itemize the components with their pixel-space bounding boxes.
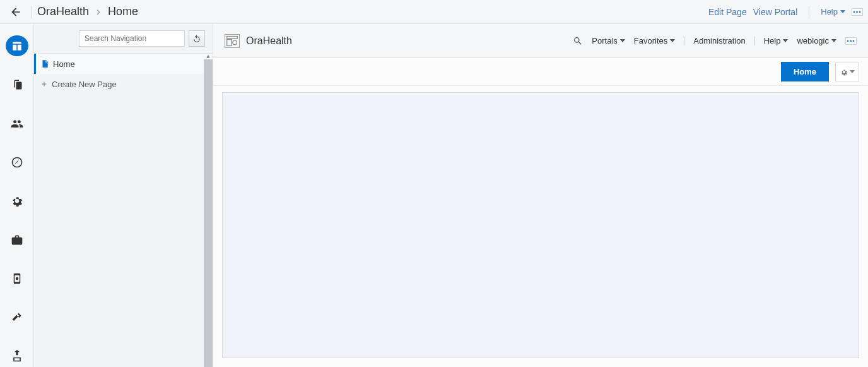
top-header: OraHealth › Home Edit Page View Portal H… <box>0 0 868 24</box>
content-area: OraHealth Portals Favorites Administrati… <box>213 24 868 367</box>
svg-point-2 <box>233 40 237 45</box>
header-right: Edit Page View Portal Help ▪▪▪ <box>708 6 863 18</box>
canvas-area <box>213 86 868 367</box>
nav-scrollbar[interactable]: ▲ <box>204 53 213 367</box>
navigation-panel: Home Create New Page ▲ <box>34 24 213 367</box>
more-dots-icon: ▪▪▪ <box>853 9 862 15</box>
search-navigation-input[interactable] <box>79 30 185 47</box>
tab-settings-button[interactable] <box>835 63 859 81</box>
svg-rect-0 <box>227 36 238 38</box>
rail-item-layout[interactable] <box>6 35 28 56</box>
separator <box>32 6 32 18</box>
nav-item-home[interactable]: Home <box>34 54 213 74</box>
people-icon <box>11 117 23 130</box>
portal-help-label: Help <box>764 36 781 45</box>
chevron-down-icon <box>831 39 836 42</box>
briefcase-icon <box>11 234 23 246</box>
breadcrumb-root[interactable]: OraHealth <box>37 5 89 18</box>
gear-icon <box>840 68 848 76</box>
portal-more-menu[interactable]: ▪▪▪ <box>845 37 857 45</box>
create-new-page-label: Create New Page <box>52 80 117 89</box>
svg-rect-1 <box>227 39 232 45</box>
separator <box>809 6 809 18</box>
rail-item-tools[interactable] <box>6 307 28 328</box>
more-menu-button[interactable]: ▪▪▪ <box>852 8 863 16</box>
hammer-icon <box>11 311 23 324</box>
favorites-label: Favorites <box>634 36 667 45</box>
user-menu[interactable]: weblogic <box>797 36 836 45</box>
layout-icon <box>11 40 23 52</box>
refresh-button[interactable] <box>189 30 205 47</box>
chevron-down-icon <box>620 39 625 42</box>
page-icon <box>40 59 49 68</box>
help-menu[interactable]: Help <box>821 7 845 16</box>
search-button[interactable] <box>573 36 583 46</box>
breadcrumb: OraHealth › Home <box>37 5 138 18</box>
rail-item-pages[interactable] <box>6 74 28 95</box>
nav-list: Home Create New Page <box>34 53 213 94</box>
chevron-down-icon <box>850 70 855 73</box>
help-label: Help <box>821 7 838 16</box>
gear-icon <box>11 195 23 207</box>
portal-header: OraHealth Portals Favorites Administrati… <box>213 24 868 58</box>
breadcrumb-separator: › <box>97 5 100 18</box>
create-new-page[interactable]: Create New Page <box>34 74 213 94</box>
chevron-down-icon <box>783 39 788 42</box>
chevron-down-icon <box>840 10 845 13</box>
favorites-menu[interactable]: Favorites <box>634 36 675 45</box>
portal-help-menu[interactable]: Help <box>764 36 789 45</box>
import-icon <box>11 350 23 363</box>
nav-item-label: Home <box>53 59 75 69</box>
tab-bar: Home <box>213 58 868 86</box>
refresh-icon <box>192 34 201 43</box>
portals-label: Portals <box>592 36 617 45</box>
administration-label: Administration <box>693 36 745 45</box>
edit-page-link[interactable]: Edit Page <box>708 7 747 17</box>
back-button[interactable] <box>5 0 26 24</box>
portals-menu[interactable]: Portals <box>592 36 625 45</box>
nav-search-row <box>34 24 213 53</box>
rail-item-import[interactable] <box>6 346 28 367</box>
left-icon-rail <box>0 24 34 367</box>
portal-logo-icon <box>225 34 240 48</box>
scroll-up-icon: ▲ <box>204 53 213 59</box>
plus-icon <box>40 80 48 88</box>
arrow-left-icon <box>9 6 22 18</box>
rail-item-settings[interactable] <box>6 191 28 212</box>
rail-item-navigation[interactable] <box>6 152 28 172</box>
administration-link[interactable]: Administration <box>693 36 745 45</box>
rail-item-members[interactable] <box>6 113 28 134</box>
page-canvas[interactable] <box>222 92 859 358</box>
search-icon <box>573 36 583 46</box>
scroll-track <box>204 59 213 367</box>
device-icon <box>11 272 23 285</box>
user-label: weblogic <box>797 36 829 45</box>
rail-item-assets[interactable] <box>6 229 28 250</box>
portal-title: OraHealth <box>246 35 292 47</box>
separator <box>754 37 755 45</box>
more-dots-icon: ▪▪▪ <box>847 38 855 44</box>
separator <box>684 37 684 45</box>
compass-icon <box>11 156 23 169</box>
breadcrumb-current: Home <box>108 5 138 18</box>
chevron-down-icon <box>670 39 675 42</box>
portal-menu-bar: Portals Favorites Administration Help <box>573 36 857 46</box>
workspace: Home Create New Page ▲ OraHealth Po <box>0 24 868 367</box>
tab-home[interactable]: Home <box>781 62 829 81</box>
rail-item-device[interactable] <box>6 268 28 289</box>
view-portal-link[interactable]: View Portal <box>753 7 798 17</box>
pages-icon <box>11 79 23 90</box>
